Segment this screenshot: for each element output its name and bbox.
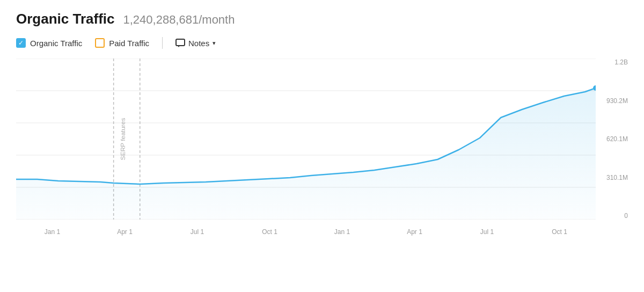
y-axis: 1.2B 930.2M 620.1M 310.1M 0 xyxy=(596,59,628,220)
notes-dropdown[interactable]: Notes ▾ xyxy=(175,39,216,48)
x-label-3: Oct 1 xyxy=(233,228,306,236)
page-title: Organic Traffic xyxy=(16,11,115,27)
traffic-value: 1,240,288,681/month xyxy=(123,13,235,27)
y-label-3: 620.1M xyxy=(606,135,628,143)
x-label-7: Oct 1 xyxy=(523,228,596,236)
x-label-6: Jul 1 xyxy=(451,228,523,236)
y-label-top: 1.2B xyxy=(614,59,628,66)
paid-traffic-legend[interactable]: Paid Traffic xyxy=(95,38,149,48)
notes-icon xyxy=(175,39,185,47)
x-axis: Jan 1 Apr 1 Jul 1 Oct 1 Jan 1 Apr 1 Jul … xyxy=(16,220,596,236)
y-label-2: 930.2M xyxy=(606,97,628,105)
x-label-1: Apr 1 xyxy=(89,228,161,236)
chevron-down-icon: ▾ xyxy=(213,40,216,47)
chart-container: SERP features 1.2B 930.2M 620.1M 310.1M … xyxy=(16,59,628,236)
svg-rect-0 xyxy=(176,39,185,46)
organic-checkbox[interactable]: ✓ xyxy=(16,38,26,48)
notes-label: Notes xyxy=(188,39,209,48)
legend-row: ✓ Organic Traffic Paid Traffic Notes ▾ xyxy=(16,37,628,49)
y-label-bottom: 0 xyxy=(624,212,628,220)
y-label-4: 310.1M xyxy=(606,174,628,181)
x-label-0: Jan 1 xyxy=(16,228,89,236)
legend-divider xyxy=(162,37,163,49)
chart-svg: SERP features xyxy=(16,59,596,220)
x-label-2: Jul 1 xyxy=(161,228,233,236)
organic-traffic-legend[interactable]: ✓ Organic Traffic xyxy=(16,38,82,48)
check-icon: ✓ xyxy=(18,40,24,46)
paid-checkbox[interactable] xyxy=(95,38,105,48)
svg-text:SERP features: SERP features xyxy=(119,118,127,160)
svg-marker-1 xyxy=(178,46,180,47)
x-label-5: Apr 1 xyxy=(378,228,451,236)
organic-label: Organic Traffic xyxy=(30,39,82,48)
x-label-4: Jan 1 xyxy=(306,228,378,236)
paid-label: Paid Traffic xyxy=(109,39,149,48)
header-section: Organic Traffic 1,240,288,681/month xyxy=(16,11,628,27)
